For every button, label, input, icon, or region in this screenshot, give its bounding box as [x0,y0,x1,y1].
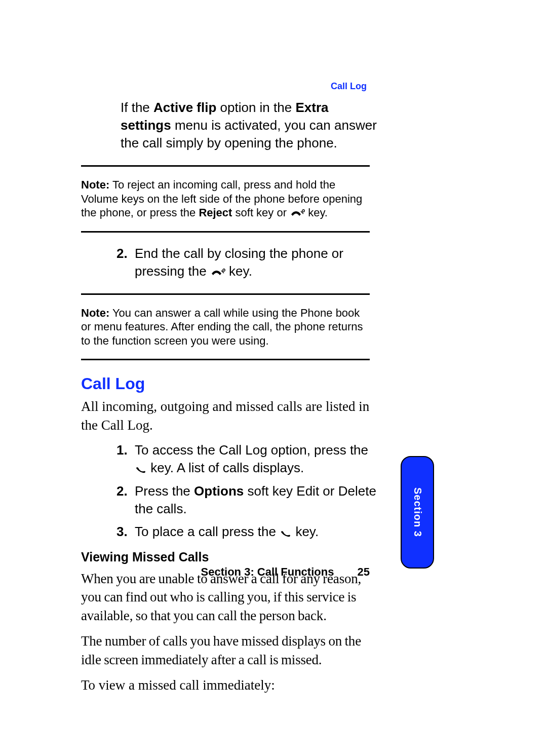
text: key. [305,206,328,219]
running-header: Call Log [331,81,367,92]
step-text: End the call by closing the phone or pre… [135,245,380,280]
step-text: Press the Options soft key Edit or Delet… [135,482,380,518]
note-answer-during-menu: Note: You can answer a call while using … [81,306,370,348]
divider [81,359,370,360]
section-thumb-tab: Section 3 [401,456,434,569]
page-footer: Section 3: Call Functions 25 [81,565,370,579]
ordered-list: 1. To access the Call Log option, press … [116,441,380,540]
svg-point-1 [302,210,304,212]
step-text: To access the Call Log option, press the… [135,441,380,477]
missed-paragraph-2: The number of calls you have missed disp… [81,632,370,669]
step-number: 3. [116,523,135,541]
step-number: 1. [116,441,135,477]
missed-paragraph-3: To view a missed call immediately: [81,676,370,694]
section-tab-label: Section 3 [412,487,423,537]
list-item: 2. End the call by closing the phone or … [116,245,380,280]
footer-section-label: Section 3: Call Functions [201,565,334,578]
divider [81,231,370,233]
text-bold: Options [194,483,244,499]
text: key. [292,524,319,539]
note-label: Note: [81,307,109,319]
svg-point-3 [223,269,225,271]
list-item: 1. To access the Call Log option, press … [116,441,380,477]
note-label: Note: [81,178,109,191]
text: Press the [135,483,194,499]
heading-call-log: Call Log [81,374,466,393]
step-number: 2. [116,482,135,518]
note-reject-call: Note: To reject an incoming call, press … [81,178,370,220]
text: To place a call press the [135,524,280,539]
ordered-list: 2. End the call by closing the phone or … [116,245,380,280]
text: To access the Call Log option, press the [135,442,368,458]
text: key. [225,263,252,279]
divider [81,165,370,167]
intro-paragraph: If the Active flip option in the Extra s… [121,99,379,152]
talk-key-icon [280,529,292,537]
divider [81,293,370,295]
text: If the [121,100,153,115]
text: soft key or [232,206,290,219]
list-item: 3. To place a call press the key. [116,523,380,541]
text: option in the [216,100,295,115]
footer-page-number: 25 [358,565,370,579]
list-item: 2. Press the Options soft key Edit or De… [116,482,380,518]
end-call-key-icon [210,269,225,277]
manual-page: Call Log If the Active flip option in th… [0,0,547,756]
end-call-key-icon [290,209,305,217]
step-text: To place a call press the key. [135,523,380,541]
text-bold: Reject [199,206,232,219]
text: You can answer a call while using the Ph… [81,307,363,347]
text: key. A list of calls displays. [147,460,304,475]
step-number: 2. [116,245,135,280]
talk-key-icon [135,465,147,473]
call-log-intro: All incoming, outgoing and missed calls … [81,397,370,434]
text-bold: Active flip [153,100,216,115]
